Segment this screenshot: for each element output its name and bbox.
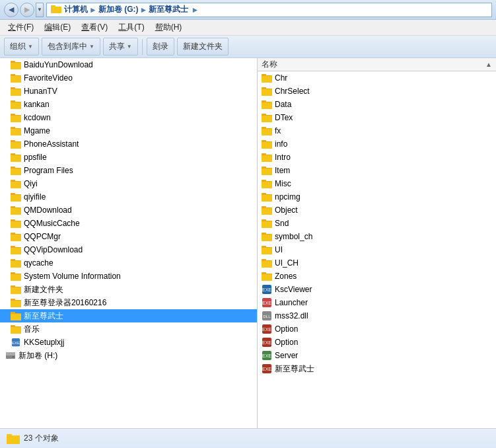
svg-rect-96: [262, 182, 272, 188]
right-item-icon: EXE: [262, 284, 272, 295]
address-bar[interactable]: 计算机 ► 新加卷 (G:) ► 新至尊武士 ►: [46, 3, 492, 17]
svg-rect-68: [6, 352, 15, 355]
right-item-label: UI_CH: [275, 258, 299, 268]
right-item[interactable]: EXE Option: [258, 336, 496, 349]
left-scroll-area[interactable]: BaiduYunDownload FavoriteVideo HunanTV k…: [0, 58, 257, 428]
status-folder-icon: [7, 433, 20, 445]
right-item[interactable]: UI: [258, 243, 496, 256]
right-item[interactable]: Misc: [258, 177, 496, 190]
nav-dropdown-button[interactable]: ▼: [36, 3, 44, 17]
menu-help[interactable]: 帮助(H): [150, 20, 188, 34]
left-item[interactable]: QQPCMgr: [0, 230, 257, 243]
right-item[interactable]: EXE Option: [258, 322, 496, 336]
left-item-label: QQVipDownload: [24, 245, 83, 254]
right-item[interactable]: fx: [258, 124, 496, 137]
address-segment-drive[interactable]: 新加卷 (G:): [98, 4, 139, 15]
left-item[interactable]: EXE KKSetuplxjj: [0, 336, 257, 349]
svg-rect-13: [11, 102, 21, 109]
burn-button[interactable]: 刻录: [147, 38, 174, 56]
left-item-icon: [11, 73, 21, 83]
right-item-icon: [262, 192, 272, 202]
left-item[interactable]: 新至尊武士: [0, 309, 257, 322]
right-item-label: npcimg: [275, 192, 301, 202]
right-item[interactable]: DTex: [258, 111, 496, 124]
right-item[interactable]: Object: [258, 204, 496, 217]
right-scroll-area[interactable]: Chr ChrSelect Data DTex fx info Intro It…: [258, 71, 496, 428]
right-item[interactable]: info: [258, 137, 496, 151]
left-item[interactable]: 新建文件夹: [0, 283, 257, 296]
left-item[interactable]: QQMusicCache: [0, 217, 257, 230]
left-item[interactable]: qycache: [0, 256, 257, 270]
right-item[interactable]: symbol_ch: [258, 230, 496, 243]
left-item-label: kcdown: [24, 113, 51, 122]
burn-label: 刻录: [153, 41, 168, 52]
right-item[interactable]: EXE Server: [258, 349, 496, 362]
left-item[interactable]: kcdown: [0, 111, 257, 124]
left-item[interactable]: HunanTV: [0, 85, 257, 98]
menu-edit[interactable]: 编辑(E): [39, 20, 76, 34]
forward-button[interactable]: ▶: [20, 3, 34, 17]
organize-label: 组织: [10, 41, 26, 52]
library-button[interactable]: 包含到库中 ▼: [42, 38, 100, 56]
left-item-icon: [11, 311, 21, 320]
newfolder-button[interactable]: 新建文件夹: [177, 38, 229, 56]
address-segment-folder[interactable]: 新至尊武士: [149, 4, 188, 15]
back-button[interactable]: ◀: [4, 3, 18, 17]
left-item[interactable]: System Volume Information: [0, 270, 257, 283]
right-item[interactable]: DLL mss32.dll: [258, 309, 496, 322]
svg-rect-87: [262, 142, 272, 149]
right-item[interactable]: UI_CH: [258, 256, 496, 270]
right-item[interactable]: EXE KscViewer: [258, 283, 496, 296]
menu-file[interactable]: 文件(F): [3, 20, 39, 34]
right-item[interactable]: Chr: [258, 71, 496, 85]
left-item-icon: [11, 192, 21, 202]
left-item[interactable]: qiyifile: [0, 190, 257, 204]
left-item[interactable]: kankan: [0, 98, 257, 111]
left-item[interactable]: FavoriteVideo: [0, 71, 257, 85]
left-item[interactable]: QMDownload: [0, 204, 257, 217]
menu-view[interactable]: 查看(V): [76, 20, 113, 34]
left-item-icon: [11, 166, 21, 175]
right-item-icon: [262, 244, 272, 255]
left-item[interactable]: Program Files: [0, 164, 257, 177]
left-item[interactable]: PhoneAssistant: [0, 137, 257, 151]
organize-button[interactable]: 组织 ▼: [4, 38, 39, 56]
left-item-label: 音乐: [24, 324, 40, 335]
left-item-icon: [11, 232, 21, 241]
right-item[interactable]: Intro: [258, 151, 496, 164]
right-item[interactable]: Item: [258, 164, 496, 177]
share-button[interactable]: 共享 ▼: [103, 38, 138, 56]
right-item[interactable]: npcimg: [258, 190, 496, 204]
right-item[interactable]: Zones: [258, 270, 496, 283]
svg-rect-99: [262, 195, 272, 202]
right-item[interactable]: EXE 新至尊武士: [258, 362, 496, 375]
left-item[interactable]: 新加卷 (H:): [0, 349, 257, 362]
right-item[interactable]: Data: [258, 98, 496, 111]
left-item[interactable]: 新至尊登录器20160216: [0, 296, 257, 309]
left-item[interactable]: ppsfile: [0, 151, 257, 164]
svg-rect-25: [11, 155, 21, 162]
left-item-icon: [11, 258, 21, 268]
svg-rect-81: [262, 116, 272, 122]
right-item-icon: EXE: [262, 297, 272, 308]
right-item[interactable]: ChrSelect: [258, 85, 496, 98]
right-item-icon: [262, 73, 272, 83]
left-item[interactable]: BaiduYunDownload: [0, 58, 257, 71]
svg-rect-84: [262, 129, 272, 135]
svg-text:DLL: DLL: [263, 315, 271, 318]
right-item-label: info: [275, 139, 287, 149]
left-item[interactable]: Mgame: [0, 124, 257, 137]
left-item-label: qycache: [24, 258, 53, 268]
left-item[interactable]: QQVipDownload: [0, 243, 257, 256]
left-item[interactable]: Qiyi: [0, 177, 257, 190]
right-item-label: Intro: [275, 153, 291, 162]
left-item-label: kankan: [24, 100, 50, 109]
menu-tools[interactable]: 工具(T): [113, 20, 149, 34]
right-item[interactable]: Snd: [258, 217, 496, 230]
right-item[interactable]: EXE Launcher: [258, 296, 496, 309]
svg-rect-72: [262, 76, 272, 83]
right-item-label: mss32.dll: [275, 311, 308, 320]
left-item[interactable]: 音乐: [0, 322, 257, 336]
address-segment-computer[interactable]: 计算机: [64, 4, 88, 15]
svg-rect-133: [7, 434, 12, 437]
